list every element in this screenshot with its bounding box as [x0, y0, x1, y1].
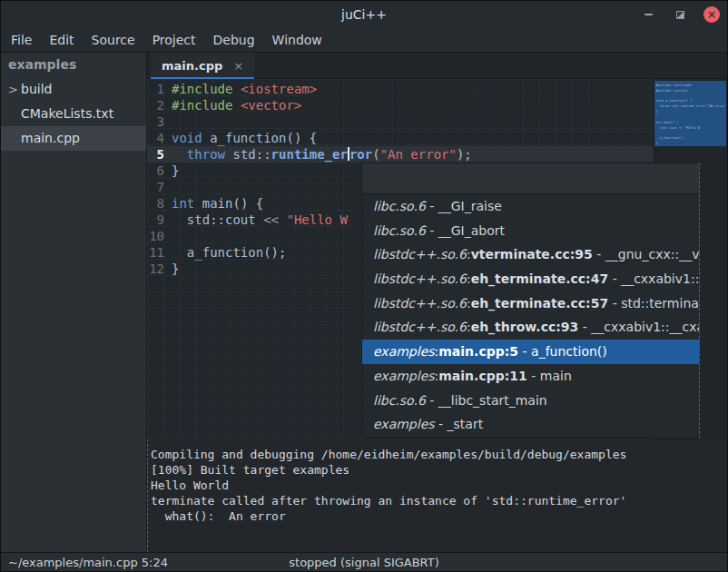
backtrace-list: libc.so.6 - __GI_raiselibc.so.6 - __GI_a… [362, 194, 699, 437]
titlebar[interactable]: juCi++ × [1, 1, 727, 28]
line-number: 2 [147, 97, 172, 113]
code-line[interactable]: 1#include <iostream> [147, 81, 654, 97]
terminal-line: [100%] Built target examples [151, 462, 727, 478]
code-text: throw std::runtime_error("An error"); [172, 146, 472, 163]
backtrace-item[interactable]: examples - _start [362, 412, 699, 437]
backtrace-item[interactable]: libc.so.6 - __GI_raise [362, 194, 699, 219]
code-line[interactable]: 3 [147, 113, 654, 130]
sidebar-header: examples [1, 53, 146, 77]
minimap-viewport[interactable]: #include <iostream> #include <vector> vo… [654, 81, 726, 146]
code-text: } [172, 261, 179, 277]
statusbar: ~/examples/main.cpp 5:24 stopped (signal… [1, 552, 727, 572]
menu-item-edit[interactable]: Edit [49, 33, 74, 47]
line-number: 3 [147, 113, 172, 130]
file-tree-sidebar: examples >buildCMakeLists.txtmain.cpp [1, 53, 147, 552]
line-number: 9 [147, 212, 172, 228]
editor-column: main.cpp × 1#include <iostream>2#include… [147, 53, 727, 552]
tab-main-cpp[interactable]: main.cpp × [151, 53, 254, 79]
backtrace-item[interactable]: libc.so.6 - __libc_start_main [362, 389, 699, 413]
terminal-line: Compiling and debugging /home/eidheim/ex… [151, 447, 727, 462]
menu-item-project[interactable]: Project [152, 33, 196, 47]
line-number: 1 [147, 81, 172, 97]
code-text: #include <vector> [172, 97, 301, 113]
sidebar-item-label: main.cpp [21, 126, 80, 151]
sidebar-item-build[interactable]: >build [1, 77, 146, 102]
code-text: std::cout << "Hello W [172, 212, 348, 228]
main-area: examples >buildCMakeLists.txtmain.cpp ma… [1, 53, 727, 552]
terminal-line: Hello World [151, 478, 727, 493]
chevron-right-icon: > [8, 77, 18, 102]
line-number: 4 [147, 130, 172, 146]
line-number: 7 [147, 179, 172, 195]
restore-icon [676, 11, 684, 19]
close-icon: × [707, 9, 716, 20]
code-line[interactable]: 4void a_function() { [147, 130, 654, 146]
window-controls: × [640, 1, 720, 28]
window-title: juCi++ [1, 1, 727, 28]
backtrace-item[interactable]: libstdc++.so.6:vterminate.cc:95 - __gnu_… [362, 242, 699, 267]
terminal-line: what(): An error [151, 508, 727, 524]
sidebar-item-label: build [21, 77, 52, 102]
close-button[interactable]: × [703, 6, 720, 23]
line-number: 12 [147, 261, 172, 277]
code-text: #include <iostream> [172, 81, 317, 97]
code-line[interactable]: 2#include <vector> [147, 97, 654, 113]
tab-label: main.cpp [162, 59, 222, 73]
sidebar-item-label: CMakeLists.txt [21, 102, 113, 126]
backtrace-item[interactable]: libc.so.6 - __GI_abort [362, 219, 699, 243]
menu-item-debug[interactable]: Debug [213, 33, 255, 47]
terminal-line: terminate called after throwing an insta… [151, 493, 727, 508]
line-number: 6 [147, 163, 172, 179]
backtrace-item[interactable]: examples:main.cpp:5 - a_function() [362, 340, 699, 364]
status-debug-state: stopped (signal SIGABRT) [289, 553, 438, 572]
sidebar-item-main-cpp[interactable]: main.cpp [1, 126, 146, 151]
menu-item-source[interactable]: Source [92, 33, 135, 47]
sidebar-item-cmakelists-txt[interactable]: CMakeLists.txt [1, 102, 146, 126]
line-number: 5 [147, 146, 172, 163]
minimize-button[interactable] [640, 6, 656, 23]
popup-search-input[interactable] [362, 163, 699, 194]
code-text: void a_function() { [172, 130, 317, 146]
status-location: ~/examples/main.cpp 5:24 [8, 553, 168, 572]
code-editor[interactable]: 1#include <iostream>2#include <vector>34… [147, 79, 727, 439]
menubar: FileEditSourceProjectDebugWindow [1, 28, 727, 53]
code-text: int main() { [172, 195, 263, 212]
code-text: a_function(); [172, 244, 286, 261]
menu-item-window[interactable]: Window [272, 33, 322, 47]
backtrace-item[interactable]: examples:main.cpp:11 - main [362, 364, 699, 389]
line-number: 10 [147, 228, 172, 244]
line-number: 11 [147, 244, 172, 261]
code-line[interactable]: 5 throw std::runtime_error("An error"); [147, 146, 654, 163]
backtrace-item[interactable]: libstdc++.so.6:eh_throw.cc:93 - __cxxabi… [362, 315, 699, 340]
minimap-code-preview: #include <iostream> #include <vector> vo… [655, 82, 675, 146]
menu-item-file[interactable]: File [11, 33, 32, 47]
tabbar: main.cpp × [147, 53, 727, 79]
minimize-icon [644, 14, 653, 15]
code-text: } [172, 163, 179, 179]
backtrace-popup: libc.so.6 - __GI_raiselibc.so.6 - __GI_a… [361, 163, 700, 439]
restore-button[interactable] [672, 6, 688, 23]
backtrace-item[interactable]: libstdc++.so.6:eh_terminate.cc:57 - std:… [362, 291, 699, 316]
app-window: juCi++ × FileEditSourceProjectDebugWindo… [0, 0, 728, 572]
backtrace-item[interactable]: libstdc++.so.6:eh_terminate.cc:47 - __cx… [362, 267, 699, 291]
terminal-panel[interactable]: Compiling and debugging /home/eidheim/ex… [147, 439, 727, 552]
line-number: 8 [147, 195, 172, 212]
close-icon[interactable]: × [233, 60, 243, 72]
